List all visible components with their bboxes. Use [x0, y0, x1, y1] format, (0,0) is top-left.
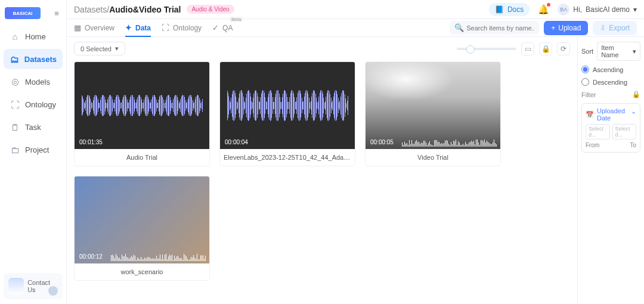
data-icon: ✦ [125, 23, 132, 32]
avatar: BA [558, 4, 569, 15]
sidebar-item-label: Home [25, 32, 46, 41]
overview-icon: ▦ [74, 23, 81, 32]
docs-icon: 📘 [495, 5, 504, 14]
chevron-down-icon: ▾ [633, 5, 637, 14]
tab-ontology[interactable]: ⛶Ontology [162, 19, 202, 36]
filter-uploaded-date: 📅Uploaded Date⌃ Select d... Select d... … [581, 103, 640, 153]
refresh-icon[interactable]: ⟳ [557, 42, 570, 55]
user-menu[interactable]: BA Hi, BasicAI demo ▾ [558, 4, 637, 15]
lock-icon[interactable]: 🔒 [539, 42, 552, 55]
video-thumbnail: 00:00:05 [366, 62, 500, 149]
date-to-input[interactable]: Select d... [612, 124, 637, 139]
from-label: From [586, 142, 599, 148]
export-button[interactable]: ⇩Export [593, 21, 637, 35]
duration-label: 00:00:05 [370, 139, 394, 145]
sort-label: Sort [581, 48, 593, 55]
sidebar-item-project[interactable]: 🗀Project [4, 139, 63, 160]
duration-label: 00:00:04 [225, 139, 248, 145]
home-icon: ⌂ [10, 31, 20, 42]
chevron-down-icon: ▾ [115, 45, 119, 52]
ontology-icon: ⛶ [10, 99, 20, 110]
filter-section-toggle[interactable]: 📅Uploaded Date⌃ [586, 107, 636, 122]
sort-select[interactable]: Item Name▾ [597, 42, 640, 61]
chevron-up-icon: ⌃ [631, 111, 636, 119]
breadcrumb-current: Audio&Video Trial [109, 5, 181, 14]
calendar-icon: 📅 [586, 111, 594, 119]
sidebar-item-task[interactable]: 🗒Task [4, 117, 63, 137]
beta-badge: Beta [229, 17, 243, 22]
tab-overview[interactable]: ▦Overview [74, 19, 114, 36]
models-icon: ◎ [10, 76, 20, 87]
card-title: Audio Trial [75, 149, 209, 166]
tab-data[interactable]: ✦Data [125, 19, 151, 36]
chevron-down-icon: ▾ [633, 48, 636, 55]
breadcrumb-root[interactable]: Datasets [74, 5, 107, 14]
contact-illustration [8, 278, 24, 294]
project-icon: 🗀 [10, 144, 20, 155]
contact-us-card[interactable]: Contact Us [4, 273, 63, 299]
video-thumbnail: 00:00:12 [75, 176, 209, 263]
search-icon: 🔍 [454, 23, 464, 32]
datasets-icon: 🗂 [10, 54, 20, 64]
notifications-icon[interactable]: 🔔 [538, 4, 549, 15]
dataset-card[interactable]: 00:00:12 work_scenario [74, 176, 210, 281]
ontology-tab-icon: ⛶ [162, 23, 169, 32]
card-title: ElevenLabs_2023-12-25T10_42_44_Adam_pre_… [220, 149, 355, 166]
sidebar-item-label: Datasets [24, 55, 57, 64]
date-from-input[interactable]: Select d... [586, 124, 610, 139]
sidebar-item-label: Project [25, 145, 49, 154]
thumbnail-size-slider[interactable] [457, 48, 516, 50]
search-input-wrap[interactable]: 🔍 [450, 21, 539, 35]
qa-icon: ✓ [212, 23, 219, 32]
sidebar-item-datasets[interactable]: 🗂Datasets [4, 49, 63, 69]
sidebar-collapse-icon[interactable]: ≡ [52, 8, 61, 18]
plus-icon: + [551, 24, 555, 32]
search-input[interactable] [466, 24, 534, 32]
dataset-type-tag: Audio & Video [187, 5, 234, 14]
sidebar-item-label: Models [25, 77, 50, 86]
filter-label: Filter [581, 91, 596, 98]
sort-descending-radio[interactable]: Descending [581, 78, 640, 86]
task-icon: 🗒 [10, 122, 20, 132]
duration-label: 00:00:12 [79, 253, 103, 260]
card-title: Video Trial [366, 149, 500, 166]
upload-button[interactable]: +Upload [544, 21, 588, 35]
audio-thumbnail: 00:01:35 [75, 62, 209, 149]
dataset-card[interactable]: 00:01:35 Audio Trial [74, 61, 210, 166]
greeting-prefix: Hi, [573, 5, 582, 14]
breadcrumb: Datasets/Audio&Video Trial [74, 5, 181, 14]
export-icon: ⇩ [600, 24, 606, 32]
card-title: work_scenario [75, 263, 209, 280]
selected-count-dropdown[interactable]: 0 Selected▾ [74, 42, 125, 55]
tab-qa[interactable]: ✓QABeta [212, 19, 233, 36]
to-label: To [630, 142, 636, 148]
sidebar-item-label: Task [25, 123, 41, 132]
card-view-icon[interactable]: ▭ [521, 42, 534, 55]
sidebar-item-home[interactable]: ⌂Home [4, 26, 63, 46]
sort-ascending-radio[interactable]: Ascending [581, 66, 640, 73]
dataset-card[interactable]: 00:00:05 Video Trial [365, 61, 501, 166]
lock-icon[interactable]: 🔒 [632, 91, 640, 98]
brand-logo[interactable]: BASICAI [5, 7, 41, 19]
sidebar-item-ontology[interactable]: ⛶Ontology [4, 94, 63, 114]
docs-link[interactable]: 📘Docs [489, 3, 530, 16]
sidebar-item-models[interactable]: ◎Models [4, 72, 63, 92]
chat-icon[interactable] [48, 286, 58, 296]
dataset-card[interactable]: 00:00:04 ElevenLabs_2023-12-25T10_42_44_… [219, 61, 355, 166]
audio-thumbnail: 00:00:04 [220, 62, 355, 149]
sidebar-item-label: Ontology [25, 100, 56, 109]
duration-label: 00:01:35 [79, 139, 103, 145]
user-name: BasicAI demo [586, 5, 630, 14]
